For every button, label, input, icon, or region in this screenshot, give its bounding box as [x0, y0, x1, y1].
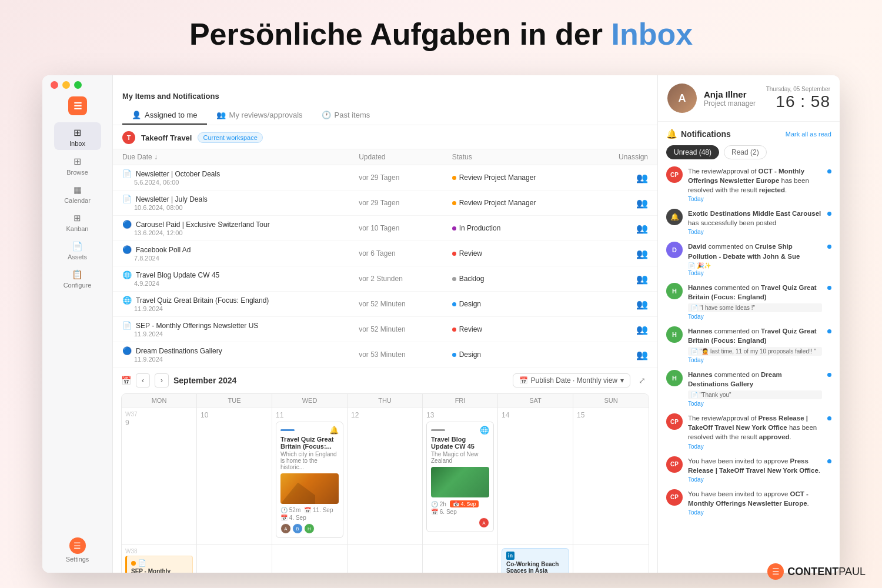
notif-tab-read[interactable]: Read (2): [724, 145, 767, 159]
notif-content: The review/approval of OCT - Monthly Off…: [688, 166, 822, 202]
cal-card-sep-title: SEP - Monthly Offerings...: [131, 568, 188, 573]
notif-text: The review/approval of Press Release | T…: [688, 413, 822, 442]
configure-icon: 📋: [72, 269, 83, 280]
cal-view-selector[interactable]: 📅 Publish Date · Monthly view ▾: [513, 373, 630, 387]
notif-time: Today: [688, 196, 822, 202]
sidebar-item-kanban[interactable]: ⊞ Kanban: [54, 208, 101, 235]
sidebar-item-calendar[interactable]: ▦ Calendar: [54, 180, 101, 207]
calendar-section: 📅 ‹ › September 2024 📅 Publish Date · Mo…: [113, 368, 657, 573]
unassign-btn[interactable]: 👥: [636, 173, 648, 183]
task-name: SEP - Monthly Offerings Newsletter US: [136, 322, 258, 330]
cal-day-sun: SUN: [573, 394, 649, 407]
task-status: Review Project Manager: [443, 165, 589, 191]
task-status: Review: [443, 317, 589, 342]
notif-item: H Hannes commented on Dream Destinations…: [666, 370, 831, 407]
notif-content: You have been invited to approve OCT - M…: [688, 489, 822, 516]
browse-icon: ⊞: [74, 156, 81, 167]
task-due: 13.6.2024, 12:00: [122, 229, 340, 236]
table-row[interactable]: 📄 Newsletter | July Deals 10.6.2024, 08:…: [113, 191, 657, 216]
calendar-header: 📅 ‹ › September 2024 📅 Publish Date · Mo…: [121, 373, 649, 387]
tab-reviews[interactable]: 👥 My reviews/approvals: [207, 106, 312, 125]
task-due: 5.6.2024, 06:00: [122, 179, 340, 186]
cal-prev-btn[interactable]: ‹: [136, 373, 150, 387]
mark-read-btn[interactable]: Mark all as read: [786, 131, 831, 138]
task-due: 11.9.2024: [122, 305, 340, 312]
cal-card-sep[interactable]: 📄 SEP - Monthly Offerings... Enchanting …: [125, 556, 193, 573]
sidebar-item-assets[interactable]: 📄 Assets: [54, 236, 101, 263]
traffic-light-red[interactable]: [51, 81, 58, 89]
notif-item: CP The review/approval of OCT - Monthly …: [666, 166, 831, 202]
cal-day-fri: FRI: [423, 394, 498, 407]
sidebar-logo: ☰: [68, 96, 87, 115]
table-row[interactable]: 📄 Newsletter | October Deals 5.6.2024, 0…: [113, 165, 657, 191]
unassign-btn[interactable]: 👥: [636, 249, 648, 259]
sidebar-item-settings[interactable]: ☰ Settings: [54, 533, 101, 566]
task-name: Travel Quiz Great Britain (Focus: Englan…: [136, 296, 269, 305]
notif-time: Today: [688, 509, 822, 516]
task-updated: vor 52 Minuten: [349, 292, 442, 317]
table-row[interactable]: 🔵 Dream Destinations Gallery 11.9.2024 v…: [113, 342, 657, 368]
cal-day-sat: SAT: [498, 394, 573, 407]
past-tab-icon: 🕐: [322, 111, 331, 119]
cal-next-btn[interactable]: ›: [155, 373, 169, 387]
notif-avatar: CP: [666, 413, 683, 430]
notif-content: David commented on Cruise Ship Pollution…: [688, 242, 822, 276]
window-title: My Items and Notifications: [122, 92, 648, 101]
notif-avatar: CP: [666, 456, 683, 473]
cal-cell-fri1: 13 🌐 Travel Blog Update CW 45 The Magic …: [423, 407, 498, 544]
tasks-table: Due Date ↓ Updated Status Unassign: [113, 149, 657, 368]
sidebar-item-label: Assets: [68, 253, 87, 260]
notif-dot: [827, 459, 831, 463]
sidebar-item-inbox[interactable]: ⊞ Inbox: [54, 122, 101, 150]
traffic-light-yellow[interactable]: [62, 81, 70, 89]
sidebar-item-browse[interactable]: ⊞ Browse: [54, 151, 101, 179]
chevron-down-icon: ▾: [620, 376, 624, 385]
task-name: Travel Blog Update CW 45: [136, 271, 219, 279]
notif-text: Exotic Destinations Middle East Carousel…: [688, 209, 822, 228]
cal-card-blog[interactable]: 🌐 Travel Blog Update CW 45 The Magic of …: [426, 422, 494, 532]
notif-item: D David commented on Cruise Ship Polluti…: [666, 242, 831, 276]
table-row[interactable]: 📄 SEP - Monthly Offerings Newsletter US …: [113, 317, 657, 342]
notif-tab-unread[interactable]: Unread (48): [666, 145, 719, 159]
task-due: 11.9.2024: [122, 356, 340, 363]
assigned-tab-label: Assigned to me: [145, 111, 198, 119]
task-status: Design: [443, 292, 589, 317]
cal-card-blog-desc: The Magic of New Zealand: [431, 451, 489, 464]
user-date: Thursday, 05 September: [766, 86, 830, 92]
user-role: Project manager: [704, 99, 759, 108]
table-row[interactable]: 🔵 Facebook Poll Ad 7.8.2024 vor 6 Tagen …: [113, 241, 657, 266]
cal-card-cowork[interactable]: in Co-Working Beach Spaces in Asia 🔷 Rej…: [502, 548, 569, 573]
sidebar-item-configure[interactable]: 📋 Configure: [54, 265, 101, 292]
cal-card-quiz[interactable]: 🔔 Travel Quiz Great Britain (Focus:... W…: [276, 422, 343, 538]
tabs-container: 👤 Assigned to me 👥 My reviews/approvals …: [122, 106, 648, 125]
cal-cell-wed2: [272, 544, 348, 573]
notif-text: Hannes commented on Dream Destinations G…: [688, 370, 822, 389]
settings-icon: ☰: [69, 537, 86, 554]
task-status: In Production: [443, 216, 589, 241]
cal-day-mon: MON: [122, 394, 197, 407]
notif-avatar: H: [666, 326, 683, 343]
notif-text: David commented on Cruise Ship Pollution…: [688, 242, 822, 260]
table-row[interactable]: 🌐 Travel Quiz Great Britain (Focus: Engl…: [113, 292, 657, 317]
task-name: Carousel Paid | Exclusive Switzerland To…: [136, 220, 270, 229]
cal-expand-btn[interactable]: ⤢: [635, 373, 649, 387]
task-due: 4.9.2024: [122, 280, 340, 287]
traffic-light-green[interactable]: [74, 81, 82, 89]
reviews-tab-icon: 👥: [216, 111, 226, 119]
table-row[interactable]: 🔵 Carousel Paid | Exclusive Switzerland …: [113, 216, 657, 241]
tab-assigned[interactable]: 👤 Assigned to me: [122, 106, 207, 125]
unassign-btn[interactable]: 👥: [636, 350, 648, 360]
col-action: Unassign: [589, 149, 657, 165]
task-due: 10.6.2024, 08:00: [122, 204, 340, 211]
table-row[interactable]: 🌐 Travel Blog Update CW 45 4.9.2024 vor …: [113, 266, 657, 292]
tab-past[interactable]: 🕐 Past items: [312, 106, 380, 125]
unassign-btn[interactable]: 👥: [636, 274, 648, 284]
unassign-btn[interactable]: 👥: [636, 198, 648, 208]
unassign-btn[interactable]: 👥: [636, 223, 648, 233]
brand-logo-icon: ☰: [767, 563, 784, 580]
unassign-btn[interactable]: 👥: [636, 299, 648, 309]
cal-grid-header: MON TUE WED THU FRI SAT SUN: [122, 394, 649, 407]
notif-item: H Hannes commented on Travel Quiz Great …: [666, 326, 831, 363]
unassign-btn[interactable]: 👥: [636, 325, 648, 335]
calendar-icon: ▦: [74, 185, 82, 195]
